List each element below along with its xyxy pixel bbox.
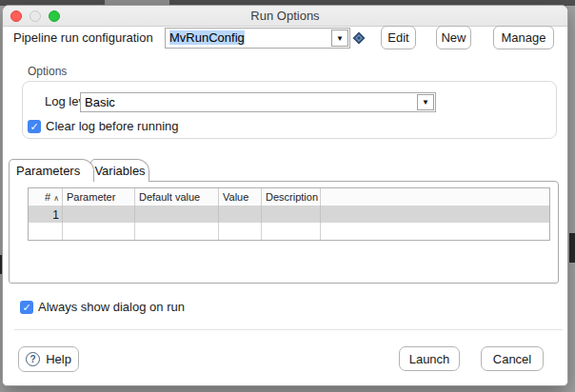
clear-log-checkbox[interactable]: ✓	[28, 120, 41, 133]
tab-variables[interactable]: Variables	[90, 159, 149, 182]
pipeline-config-label: Pipeline run configuration	[13, 30, 153, 45]
sort-ascending-icon: ∧	[53, 194, 59, 203]
title-bar[interactable]: Run Options	[3, 6, 567, 27]
row-number-cell[interactable]: 1	[29, 206, 63, 223]
table-row-empty[interactable]	[29, 223, 549, 240]
log-level-value: Basic	[85, 95, 115, 109]
table-row[interactable]: 1	[29, 206, 549, 223]
parameter-cell[interactable]	[63, 206, 135, 223]
column-header-filler	[321, 188, 549, 206]
description-cell[interactable]	[262, 206, 321, 223]
run-config-combobox[interactable]: MvRunConfig ▼	[165, 28, 350, 49]
diamond-icon	[352, 31, 366, 45]
help-icon: ?	[26, 352, 40, 366]
window-title: Run Options	[3, 9, 567, 23]
help-button-label: Help	[46, 352, 71, 366]
table-header-row[interactable]: #∧ Parameter Default value Value Descrip…	[29, 188, 549, 206]
log-level-combobox[interactable]: Basic ▼	[80, 92, 436, 112]
column-header-description[interactable]: Description	[262, 188, 321, 206]
clear-log-label: Clear log before running	[46, 119, 178, 133]
cancel-button[interactable]: Cancel	[481, 346, 544, 371]
help-button[interactable]: ? Help	[18, 346, 79, 372]
launch-button[interactable]: Launch	[399, 346, 460, 371]
column-header-default-value[interactable]: Default value	[135, 188, 219, 206]
background-app-edge-right	[569, 233, 575, 263]
column-header-number[interactable]: #∧	[29, 188, 63, 206]
chevron-down-icon[interactable]: ▼	[331, 29, 348, 47]
options-group-title: Options	[28, 65, 67, 78]
always-show-checkbox[interactable]: ✓	[20, 301, 33, 314]
always-show-label: Always show dialog on run	[38, 300, 185, 314]
edit-button[interactable]: Edit	[381, 26, 416, 49]
footer-separator	[14, 329, 563, 330]
chevron-down-icon[interactable]: ▼	[417, 94, 434, 110]
run-options-dialog: Run Options Pipeline run configuration M…	[2, 5, 568, 386]
run-config-value: MvRunConfig	[169, 30, 245, 45]
column-header-value[interactable]: Value	[219, 188, 262, 206]
manage-button[interactable]: Manage	[493, 26, 554, 49]
value-cell[interactable]	[219, 206, 262, 223]
default-value-cell[interactable]	[135, 206, 219, 223]
column-header-parameter[interactable]: Parameter	[63, 188, 135, 206]
parameters-table: #∧ Parameter Default value Value Descrip…	[28, 187, 550, 241]
tab-parameters[interactable]: Parameters	[9, 159, 94, 182]
new-button[interactable]: New	[436, 26, 471, 49]
row-filler	[321, 206, 549, 223]
